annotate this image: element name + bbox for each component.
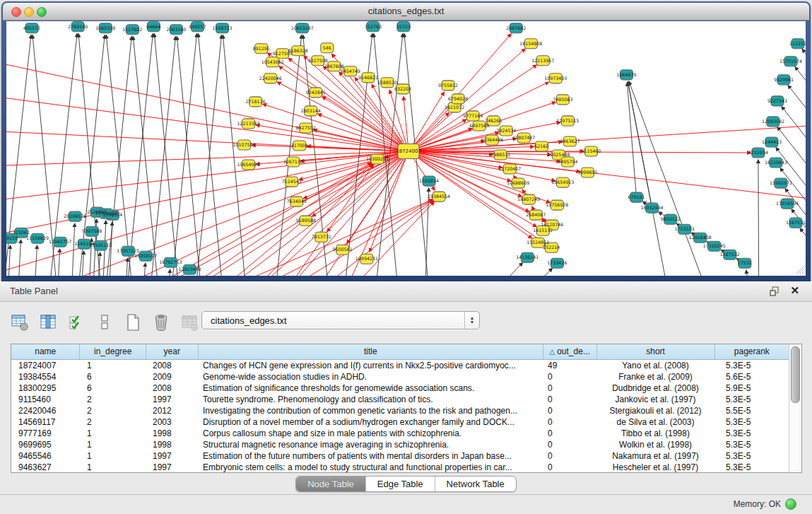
table-select-dropdown[interactable]: citations_edges.txt ▲▼ xyxy=(201,311,480,329)
cell-pagerank: 5.3E-5 xyxy=(714,360,789,371)
table-row[interactable]: 1456911722003Disruption of a novel membe… xyxy=(11,416,789,428)
table-row[interactable]: 946554611997Estimation of the future num… xyxy=(11,450,789,462)
close-panel-icon[interactable]: ✕ xyxy=(790,284,799,297)
table-row[interactable]: 977716911998Corpus callosum shape and si… xyxy=(11,428,789,439)
graph-node-label: 7913731 xyxy=(312,234,331,239)
graph-node-label: 9450122 xyxy=(661,216,681,221)
network-view-window: citations_edges.txt 18724007891295912750… xyxy=(1,1,811,281)
window-titlebar[interactable]: citations_edges.txt xyxy=(3,3,809,21)
graph-node-label: 17957225 xyxy=(117,248,139,253)
column-header-short[interactable]: short xyxy=(597,344,715,359)
graph-node-label: 9777169 xyxy=(463,113,483,118)
graph-node-label: 55723 xyxy=(396,24,411,29)
graph-node-label: 3267130 xyxy=(283,159,303,164)
vertical-scrollbar[interactable] xyxy=(789,344,801,472)
table-panel-header: Table Panel ✕ xyxy=(0,281,812,302)
float-panel-icon[interactable] xyxy=(770,286,779,296)
cell-name: 22420046 xyxy=(11,405,80,416)
cell-name: 9463627 xyxy=(11,462,80,473)
tab-edge-table[interactable]: Edge Table xyxy=(366,477,435,491)
graph-node-label: 12916408 xyxy=(689,235,712,240)
column-header-year[interactable]: year xyxy=(146,344,199,359)
graph-node-label: 17359928 xyxy=(95,211,117,216)
table-row[interactable]: 1938455462009Genome-wide association stu… xyxy=(11,371,789,382)
checkbox-list-icon[interactable] xyxy=(95,313,114,332)
graph-node-label: 17531 xyxy=(738,260,752,265)
table-row[interactable]: 969969511998Structural magnetic resonanc… xyxy=(11,439,789,450)
cell-in_degree: 2 xyxy=(80,394,146,405)
import-table-icon-disabled xyxy=(180,313,199,332)
cell-short: Nakamura et al. (1997) xyxy=(596,450,714,462)
cell-title: Disruption of a novel member of a sodium… xyxy=(197,416,543,428)
column-header-out_de[interactable]: △out_de... xyxy=(543,344,597,359)
graph-node-label: 18300295 xyxy=(366,156,389,161)
scrollbar-thumb[interactable] xyxy=(791,346,800,403)
select-rows-icon[interactable] xyxy=(66,313,86,332)
cell-in_degree: 2 xyxy=(80,416,146,428)
table-row[interactable]: 946362711997Embryonic stem cells: a mode… xyxy=(11,462,789,473)
table-columns-icon[interactable] xyxy=(38,313,58,332)
column-header-in_degree[interactable]: in_degree xyxy=(80,344,146,359)
graph-node-label: 8427552 xyxy=(296,125,316,130)
graph-node-label: 849557 xyxy=(189,24,206,29)
graph-node-label: 16154808 xyxy=(519,41,542,46)
graph-node-label: 1558723 xyxy=(213,25,233,30)
cell-year: 1997 xyxy=(146,462,197,473)
cell-title: Corpus callosum shape and size in male p… xyxy=(197,428,543,439)
tab-node-table[interactable]: Node Table xyxy=(296,477,366,491)
graph-node-label: 252214 xyxy=(543,245,560,250)
table-row[interactable]: 2242004622012Investigating the contribut… xyxy=(11,405,789,416)
column-header-pagerank[interactable]: pagerank xyxy=(715,344,789,359)
cell-in_degree: 1 xyxy=(80,462,146,473)
graph-node-label: 679191 xyxy=(628,194,645,199)
graph-node-label: 9495794 xyxy=(558,159,577,164)
delete-icon[interactable] xyxy=(151,313,171,332)
graph-node-label: 7986532 xyxy=(490,152,510,157)
column-header-name[interactable]: name xyxy=(11,344,80,359)
graph-node-label: 12093582 xyxy=(762,119,784,124)
cell-short: Franke et al. (2009) xyxy=(596,371,714,382)
cell-year: 2009 xyxy=(146,371,197,382)
table-settings-icon[interactable] xyxy=(10,313,30,332)
cell-pagerank: 5.3E-5 xyxy=(714,462,789,473)
graph-node-label: 16120746 xyxy=(541,222,563,227)
graph-node-label: 19654923 xyxy=(551,180,574,185)
cell-in_degree: 1 xyxy=(80,428,146,439)
cell-out_de: 0 xyxy=(543,450,596,462)
cell-pagerank: 5.3E-5 xyxy=(714,439,789,450)
resize-grip-icon[interactable] xyxy=(794,264,804,274)
tab-network-table[interactable]: Network Table xyxy=(435,477,516,491)
graph-node-label: 9463627 xyxy=(560,139,579,144)
graph-node-label: 19756928 xyxy=(546,202,568,207)
graph-node-label: 18807249 xyxy=(517,197,540,201)
graph-node-label: 13505115 xyxy=(89,243,112,247)
cell-pagerank: 5.9E-5 xyxy=(714,382,789,394)
cell-year: 1998 xyxy=(146,439,197,450)
graph-node-label: 62160 xyxy=(534,144,548,148)
cell-out_de: 49 xyxy=(543,360,596,371)
graph-node-label: 1588520 xyxy=(377,80,397,85)
new-document-icon[interactable] xyxy=(123,313,143,332)
table-row[interactable]: 1830029562008Estimation of significance … xyxy=(11,382,789,394)
cell-year: 1998 xyxy=(146,428,197,439)
graph-node-label: 7485063 xyxy=(553,97,572,102)
citation-network-graph[interactable]: 1872400789129591275051054396281863289327… xyxy=(6,21,806,276)
table-row[interactable]: 911546021997Tourette syndrome. Phenomeno… xyxy=(11,394,789,405)
graph-node-label: 9327508 xyxy=(308,58,328,63)
column-header-title[interactable]: title xyxy=(199,344,543,359)
cell-title: Changes of HCN gene expression and I(f) … xyxy=(197,360,543,371)
graph-node-label: 1167531 xyxy=(786,220,806,225)
network-canvas[interactable]: 1872400789129591275051054396281863289327… xyxy=(6,21,806,276)
graph-node-label: 9899695 xyxy=(577,170,597,175)
dropdown-stepper-icon[interactable]: ▲▼ xyxy=(464,312,479,329)
graph-node-label: 2718126 xyxy=(246,99,266,104)
table-row[interactable]: 1872400712008Changes of HCN gene express… xyxy=(11,360,789,371)
graph-node-label: 2867608 xyxy=(324,64,344,69)
graph-node-label: 9146821 xyxy=(358,75,378,80)
graph-node-label: 8215954 xyxy=(748,150,768,155)
graph-node-label: 10654985 xyxy=(237,162,260,167)
graph-node-label: 20206576 xyxy=(64,214,86,218)
graph-node-label: 12213967 xyxy=(531,58,554,63)
graph-node-label: 1753103 xyxy=(675,226,695,231)
table-header-row: namein_degreeyeartitle△out_de...shortpag… xyxy=(11,344,789,360)
